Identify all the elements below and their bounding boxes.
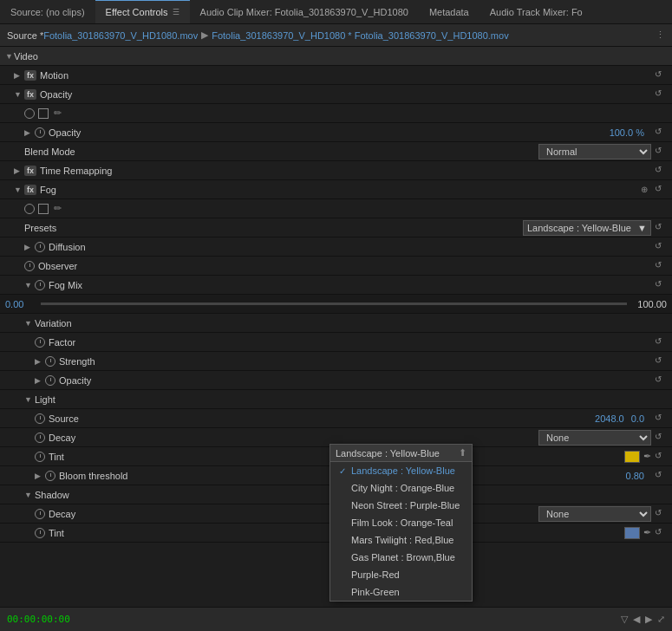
presets-reset[interactable]: ↺ <box>655 222 667 234</box>
decay-select[interactable]: None Linear Exponential <box>538 430 651 446</box>
tab-effect-controls[interactable]: Effect Controls ☰ <box>95 0 190 23</box>
video-section-header[interactable]: ▼ Video <box>0 47 672 66</box>
popup-label-8: Pink-Green <box>351 587 400 597</box>
blend-mode-reset[interactable]: ↺ <box>655 146 667 158</box>
fog-pen-icon[interactable]: ✏ <box>54 203 62 214</box>
factor-clock[interactable] <box>35 337 45 348</box>
opacity-expand[interactable]: ▼ <box>14 90 21 99</box>
fog-mix-clock[interactable] <box>35 280 45 290</box>
expand-icon[interactable]: ⤢ <box>657 614 665 625</box>
strength-clock[interactable] <box>45 356 55 367</box>
opacity-sub-clock[interactable] <box>45 375 55 386</box>
bloom-expand[interactable]: ▶ <box>35 472 42 480</box>
blend-mode-select[interactable]: Normal Dissolve Multiply Screen Overlay <box>538 144 651 159</box>
observer-label: Observer <box>38 261 651 271</box>
opacity-square-icon[interactable] <box>38 108 49 119</box>
presets-dropdown-button[interactable]: Landscape : Yellow-Blue ▼ <box>523 220 651 236</box>
shadow-decay-reset[interactable]: ↺ <box>655 508 667 520</box>
bloom-value[interactable]: 0.80 <box>626 471 644 481</box>
shadow-expand[interactable]: ▼ <box>24 491 31 499</box>
fog-label: Fog <box>40 185 641 195</box>
variation-expand[interactable]: ▼ <box>24 319 31 328</box>
diffusion-reset[interactable]: ↺ <box>655 241 667 253</box>
source-label: Source <box>49 413 595 424</box>
next-frame-icon[interactable]: ▶ <box>645 614 652 625</box>
clip-name[interactable]: Fotolia_301863970_V_HD1080 * Fotolia_301… <box>212 30 508 41</box>
popup-item-neon-street[interactable]: Neon Street : Purple-Blue <box>330 497 472 514</box>
time-remapping-expand[interactable]: ▶ <box>14 166 21 175</box>
tint-eyedropper-icon[interactable]: ✒ <box>643 451 651 462</box>
observer-reset[interactable]: ↺ <box>655 260 667 272</box>
popup-item-mars-twilight[interactable]: Mars Twilight : Red,Blue <box>330 531 472 549</box>
source-value2[interactable]: 0.0 <box>631 413 644 424</box>
opacity-circle-icon[interactable] <box>24 108 35 119</box>
tab-source[interactable]: Source: (no clips) <box>0 0 95 23</box>
tint-reset[interactable]: ↺ <box>655 451 667 463</box>
filter-icon[interactable]: ▽ <box>621 614 628 625</box>
prev-frame-icon[interactable]: ◀ <box>633 614 640 625</box>
tab-audio-clip-mixer[interactable]: Audio Clip Mixer: Fotolia_301863970_V_HD… <box>190 0 419 23</box>
popup-item-landscape-yellow-blue[interactable]: ✓ Landscape : Yellow-Blue <box>330 462 472 479</box>
fog-mix-min[interactable]: 0.00 <box>5 299 36 309</box>
shadow-decay-clock[interactable] <box>35 509 45 519</box>
opacity-sub-reset[interactable]: ↺ <box>655 374 667 387</box>
source-value1[interactable]: 2048.0 <box>595 413 624 424</box>
source-bar-options[interactable]: ⋮ <box>656 29 665 41</box>
factor-reset[interactable]: ↺ <box>655 336 667 348</box>
fog-add-icon[interactable]: ⊕ <box>641 185 648 194</box>
time-remapping-reset[interactable]: ↺ <box>655 165 667 177</box>
opacity-value-reset[interactable]: ↺ <box>655 127 667 139</box>
decay-clock[interactable] <box>35 433 45 443</box>
strength-expand[interactable]: ▶ <box>35 357 42 366</box>
opacity-pen-icon[interactable]: ✏ <box>54 107 62 119</box>
light-expand[interactable]: ▼ <box>24 395 31 404</box>
opacity-clock-icon[interactable] <box>35 127 45 138</box>
strength-reset[interactable]: ↺ <box>655 355 667 368</box>
observer-row: Observer ↺ <box>0 257 672 276</box>
bloom-reset[interactable]: ↺ <box>655 470 667 482</box>
fog-reset[interactable]: ↺ <box>655 184 667 196</box>
popup-item-purple-red[interactable]: Purple-Red <box>330 566 472 583</box>
fog-mix-track[interactable] <box>41 302 627 305</box>
tint-color-swatch[interactable] <box>624 451 640 463</box>
opacity-sub-expand[interactable]: ▶ <box>35 376 42 385</box>
tab-menu-icon[interactable]: ☰ <box>173 8 179 16</box>
diffusion-clock[interactable] <box>35 242 45 252</box>
tab-metadata[interactable]: Metadata <box>419 0 480 23</box>
fog-mix-slider-row: 0.00 100.00 <box>0 295 672 314</box>
fog-expand[interactable]: ▼ <box>14 185 21 194</box>
fog-mix-reset[interactable]: ↺ <box>655 279 667 291</box>
opacity-fx-badge: fx <box>24 89 36 100</box>
shadow-tint-reset[interactable]: ↺ <box>655 527 667 539</box>
shadow-tint-clock[interactable] <box>35 528 45 538</box>
video-section-arrow: ▼ <box>5 52 14 61</box>
popup-item-city-night[interactable]: City Night : Orange-Blue <box>330 479 472 497</box>
diffusion-expand[interactable]: ▶ <box>24 243 31 251</box>
popup-item-film-look[interactable]: Film Look : Orange-Teal <box>330 514 472 531</box>
timecode[interactable]: 00:00:00:00 <box>7 614 70 625</box>
fog-shapes-row: ✏ <box>0 199 672 218</box>
shadow-tint-swatch[interactable] <box>624 527 640 539</box>
fog-circle-icon[interactable] <box>24 204 35 214</box>
shadow-tint-eyedropper-icon[interactable]: ✒ <box>643 527 651 538</box>
fog-mix-expand[interactable]: ▼ <box>24 281 31 289</box>
fog-square-icon[interactable] <box>38 204 49 214</box>
source-clock[interactable] <box>35 413 45 424</box>
source-reset[interactable]: ↺ <box>655 413 667 425</box>
opacity-value[interactable]: 100.0 % <box>610 127 644 138</box>
opacity-reset[interactable]: ↺ <box>655 88 667 101</box>
bloom-clock[interactable] <box>45 471 55 481</box>
motion-reset[interactable]: ↺ <box>655 69 667 81</box>
opacity-value-expand[interactable]: ▶ <box>24 128 31 137</box>
source-path[interactable]: Fotolia_301863970_V_HD1080.mov <box>43 30 198 41</box>
shadow-decay-select[interactable]: None Linear Exponential <box>538 506 651 522</box>
fog-mix-max[interactable]: 100.00 <box>632 299 667 309</box>
popup-item-gas-planet[interactable]: Gas Planet : Brown,Blue <box>330 549 472 566</box>
tint-clock[interactable] <box>35 452 45 462</box>
motion-expand[interactable]: ▶ <box>14 71 21 80</box>
decay-reset[interactable]: ↺ <box>655 432 667 444</box>
time-remapping-row: ▶ fx Time Remapping ↺ <box>0 161 672 180</box>
tab-audio-track-mixer[interactable]: Audio Track Mixer: Fo <box>480 0 593 23</box>
popup-item-pink-green[interactable]: Pink-Green <box>330 583 472 601</box>
observer-clock[interactable] <box>24 261 35 271</box>
